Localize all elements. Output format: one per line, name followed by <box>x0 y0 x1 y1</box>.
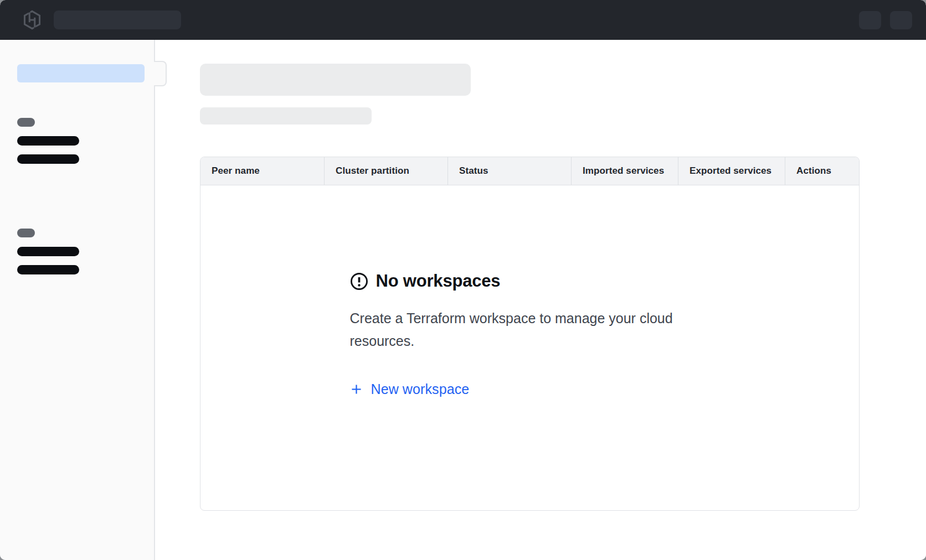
peers-table: Peer name Cluster partition Status Impor… <box>200 157 860 511</box>
sidebar-nav-item-skeleton[interactable] <box>17 247 79 256</box>
column-header-status: Status <box>447 157 571 185</box>
sidebar-section-label-skeleton <box>17 118 35 127</box>
sidebar-active-item-skeleton[interactable] <box>17 64 145 82</box>
column-header-exported-services: Exported services <box>678 157 785 185</box>
empty-state-title: No workspaces <box>376 271 501 291</box>
alert-circle-icon <box>350 272 368 291</box>
sidebar <box>0 40 155 560</box>
sidebar-nav-item-skeleton[interactable] <box>17 265 79 274</box>
main-content: Peer name Cluster partition Status Impor… <box>155 40 926 560</box>
sidebar-section-label-skeleton <box>17 229 35 237</box>
top-nav-bar <box>0 0 926 40</box>
topbar-search-skeleton[interactable] <box>54 11 181 29</box>
sidebar-nav-item-skeleton[interactable] <box>17 136 79 146</box>
plus-icon <box>350 383 363 396</box>
page-title-skeleton <box>200 64 471 96</box>
column-header-imported-services: Imported services <box>571 157 678 185</box>
page-subtitle-skeleton <box>200 107 372 125</box>
app-window: Peer name Cluster partition Status Impor… <box>0 0 926 560</box>
new-workspace-button[interactable]: New workspace <box>350 381 470 397</box>
column-header-cluster-partition: Cluster partition <box>324 157 447 185</box>
column-header-actions: Actions <box>785 157 859 185</box>
table-body: No workspaces Create a Terraform workspa… <box>200 185 859 510</box>
empty-state-description: Create a Terraform workspace to manage y… <box>350 307 682 352</box>
sidebar-collapse-toggle[interactable] <box>154 61 167 86</box>
topbar-button-skeleton-1[interactable] <box>859 11 881 29</box>
new-workspace-label: New workspace <box>371 381 470 397</box>
sidebar-nav-item-skeleton[interactable] <box>17 154 79 164</box>
column-header-peer-name: Peer name <box>200 157 324 185</box>
topbar-button-skeleton-2[interactable] <box>890 11 912 29</box>
hashicorp-logo-icon <box>22 9 43 30</box>
empty-state: No workspaces Create a Terraform workspa… <box>350 271 710 398</box>
table-header-row: Peer name Cluster partition Status Impor… <box>200 157 859 185</box>
